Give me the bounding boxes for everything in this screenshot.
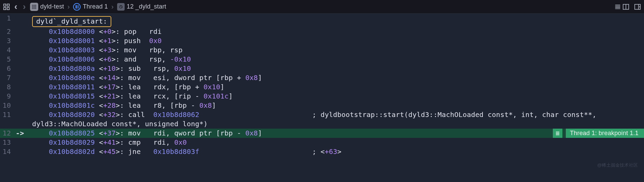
svg-rect-3	[7, 7, 9, 9]
line-number: 4	[0, 46, 14, 55]
breakpoint-badge[interactable]: Thread 1: breakpoint 1.1	[553, 129, 644, 138]
code-row[interactable]: 11 0x10b8d8020 <+32>: call 0x10b8d8062 ;…	[0, 110, 644, 129]
code-content: 0x10b8d8020 <+32>: call 0x10b8d8062 ; dy…	[26, 110, 644, 129]
breadcrumb-label: 12 _dyld_start	[127, 3, 166, 10]
code-content: 0x10b8d8015 <+21>: lea rcx, [rip - 0x101…	[26, 92, 644, 101]
jump-bar: ‹ › dyld-test › Thread 1 › 12 _dyld_star…	[0, 0, 644, 14]
line-number: 12	[0, 129, 14, 138]
svg-rect-1	[7, 4, 9, 6]
code-content: 0x10b8d801c <+28>: lea r8, [rbp - 0x8]	[26, 101, 644, 110]
line-number: 3	[0, 36, 14, 46]
thread-icon	[73, 3, 81, 11]
editor-layout-buttons[interactable]	[614, 3, 630, 11]
line-number: 11	[0, 110, 14, 119]
code-row[interactable]: 2 0x10b8d8000 <+0>: pop rdi	[0, 27, 644, 36]
code-content: 0x10b8d8029 <+41>: cmp rdi, 0x0	[26, 138, 644, 147]
watermark: @稀土掘金技术社区	[597, 162, 638, 168]
split-icon	[622, 3, 630, 11]
code-content: 0x10b8d8006 <+6>: and rsp, -0x10	[26, 55, 644, 64]
code-row[interactable]: 5 0x10b8d8006 <+6>: and rsp, -0x10	[0, 55, 644, 64]
svg-rect-0	[4, 4, 6, 6]
disassembly-editor[interactable]: 1dyld`_dyld_start:2 0x10b8d8000 <+0>: po…	[0, 14, 644, 156]
code-row[interactable]: 8 0x10b8d8011 <+17>: lea rdx, [rbp + 0x1…	[0, 82, 644, 92]
line-number: 13	[0, 138, 14, 147]
code-content: 0x10b8d8011 <+17>: lea rdx, [rbp + 0x10]	[26, 82, 644, 92]
code-row[interactable]: 3 0x10b8d8001 <+1>: push 0x0	[0, 36, 644, 46]
related-items-icon[interactable]	[3, 3, 10, 11]
line-number: 1	[0, 14, 14, 23]
breakpoint-menu-icon[interactable]	[553, 129, 562, 138]
code-row[interactable]: 7 0x10b8d800e <+14>: mov esi, dword ptr …	[0, 73, 644, 82]
code-row[interactable]: 6 0x10b8d800a <+10>: sub rsp, 0x10	[0, 64, 644, 73]
code-row[interactable]: 12-> 0x10b8d8025 <+37>: mov rdi, qword p…	[0, 129, 644, 138]
code-content: 0x10b8d8001 <+1>: push 0x0	[26, 36, 644, 46]
breadcrumb-target[interactable]: dyld-test	[30, 3, 64, 11]
code-row[interactable]: 10 0x10b8d801c <+28>: lea r8, [rbp - 0x8…	[0, 101, 644, 110]
breadcrumb-label: Thread 1	[83, 3, 108, 10]
svg-rect-2	[4, 7, 6, 9]
breadcrumb-sep: ›	[67, 3, 71, 11]
code-content: 0x10b8d802d <+45>: jne 0x10b8d803f ; <+6…	[26, 147, 644, 156]
frame-icon	[117, 3, 125, 11]
code-row[interactable]: 13 0x10b8d8029 <+41>: cmp rdi, 0x0	[0, 138, 644, 147]
line-number: 10	[0, 101, 14, 110]
code-row[interactable]: 1dyld`_dyld_start:	[0, 14, 644, 27]
line-number: 5	[0, 55, 14, 64]
line-number: 9	[0, 92, 14, 101]
line-number: 14	[0, 147, 14, 156]
breadcrumb-frame[interactable]: 12 _dyld_start	[117, 3, 166, 11]
breadcrumb-sep: ›	[111, 3, 114, 11]
breadcrumb-label: dyld-test	[40, 3, 64, 10]
code-content: dyld`_dyld_start:	[26, 14, 644, 27]
line-number: 2	[0, 27, 14, 36]
pc-arrow: ->	[14, 129, 26, 138]
nav-back-button[interactable]: ‹	[13, 1, 19, 12]
code-content: 0x10b8d8025 <+37>: mov rdi, qword ptr [r…	[26, 129, 553, 138]
line-number: 6	[0, 64, 14, 73]
add-panel-button[interactable]	[634, 3, 641, 11]
breadcrumb-thread[interactable]: Thread 1	[73, 3, 108, 11]
function-label: dyld`_dyld_start:	[32, 16, 111, 27]
code-row[interactable]: 9 0x10b8d8015 <+21>: lea rcx, [rip - 0x1…	[0, 92, 644, 101]
code-content: 0x10b8d800a <+10>: sub rsp, 0x10	[26, 64, 644, 73]
code-content: 0x10b8d8000 <+0>: pop rdi	[26, 27, 644, 36]
code-content: 0x10b8d800e <+14>: mov esi, dword ptr [r…	[26, 73, 644, 82]
breakpoint-label: Thread 1: breakpoint 1.1	[566, 129, 644, 138]
line-number: 8	[0, 82, 14, 92]
code-content: 0x10b8d8003 <+3>: mov rbp, rsp	[26, 46, 644, 55]
lines-icon	[614, 3, 621, 11]
target-icon	[30, 3, 38, 11]
line-number: 7	[0, 73, 14, 82]
code-row[interactable]: 4 0x10b8d8003 <+3>: mov rbp, rsp	[0, 46, 644, 55]
code-row[interactable]: 14 0x10b8d802d <+45>: jne 0x10b8d803f ; …	[0, 147, 644, 156]
nav-forward-button: ›	[22, 1, 27, 12]
